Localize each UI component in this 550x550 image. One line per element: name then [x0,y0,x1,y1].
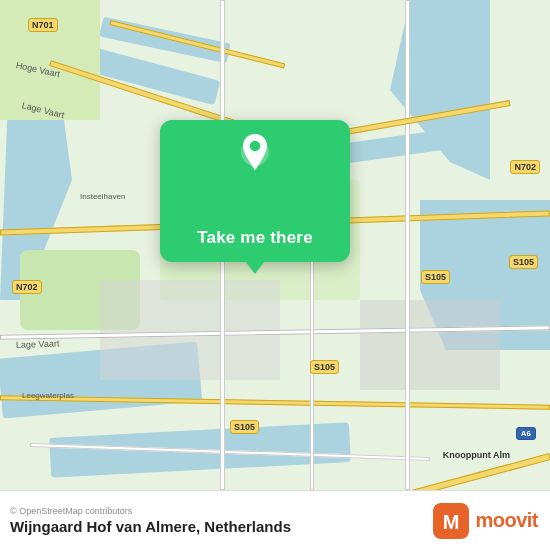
road-label-n702-left: N702 [12,280,42,294]
urban-area-2 [360,300,500,390]
moovit-text: moovit [475,509,538,532]
place-name: Wijngaard Hof van Almere, Netherlands [10,518,291,535]
popup-button-label: Take me there [197,228,313,248]
svg-point-3 [250,141,260,151]
place-info: © OpenStreetMap contributors Wijngaard H… [10,506,291,535]
map-attribution: © OpenStreetMap contributors [10,506,291,516]
location-pin-icon-overlay [235,132,275,172]
road-label-s105-2: S105 [310,360,339,374]
bottom-bar: © OpenStreetMap contributors Wijngaard H… [0,490,550,550]
road-vertical-2 [405,0,410,490]
take-me-there-button[interactable]: Take me there [160,120,350,262]
road-label-n701: N701 [28,18,58,32]
road-label-s105-3: S105 [230,420,259,434]
moovit-icon: M [433,503,469,539]
road-label-n702-top: N702 [510,160,540,174]
map-container: N701 N702 N702 S105 S105 S105 A6 S105 Ho… [0,0,550,490]
road-label-s105-r: S105 [509,255,538,269]
road-label-a6: A6 [516,427,536,440]
svg-text:M: M [443,511,460,533]
road-label-s105-1: S105 [421,270,450,284]
moovit-logo[interactable]: M moovit [433,503,538,539]
